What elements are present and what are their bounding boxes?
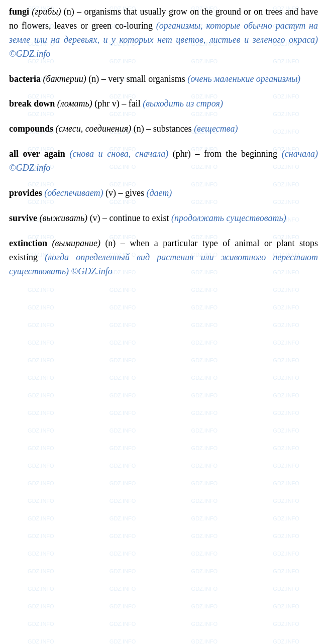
watermark-cell: GDZ.INFO — [245, 580, 327, 598]
watermark-cell: GDZ.INFO — [0, 404, 82, 422]
entry-fungi: fungi (грибы) (n) – organisms that usual… — [9, 5, 318, 61]
watermark-cell: GDZ.INFO — [0, 492, 82, 510]
watermark-cell: GDZ.INFO — [245, 387, 327, 404]
watermark-cell: GDZ.INFO — [82, 369, 164, 387]
pos-bacteria: (n) – very small organisms — [88, 74, 185, 84]
watermark-cell: GDZ.INFO — [82, 510, 164, 527]
translation-def-break-down: (выходить из строя) — [143, 98, 223, 109]
watermark-cell: GDZ.INFO — [245, 492, 327, 510]
watermark-cell: GDZ.INFO — [0, 316, 82, 334]
watermark-cell: GDZ.INFO — [82, 527, 164, 545]
pos-provides: (v) – gives — [105, 188, 144, 198]
translation-provides: (обеспечивает) — [44, 188, 103, 198]
watermark-cell: GDZ.INFO — [164, 492, 246, 510]
watermark-cell: GDZ.INFO — [0, 510, 82, 527]
watermark-cell: GDZ.INFO — [245, 598, 327, 615]
entry-bacteria-text: bacteria (бактерии) (n) – very small org… — [9, 72, 318, 86]
watermark-cell: GDZ.INFO — [0, 598, 82, 615]
watermark-cell: GDZ.INFO — [82, 316, 164, 334]
watermark-cell: GDZ.INFO — [0, 334, 82, 352]
term-bacteria: bacteria — [9, 74, 41, 84]
watermark-cell: GDZ.INFO — [0, 352, 82, 369]
translation-def-survive: (продолжать существовать) — [171, 213, 286, 223]
pos-break-down: (phr v) – fail — [94, 98, 140, 109]
translation-full-bacteria: (очень маленькие организмы) — [187, 74, 300, 84]
watermark-cell: GDZ.INFO — [164, 422, 246, 440]
watermark-cell: GDZ.INFO — [164, 440, 246, 457]
watermark-cell: GDZ.INFO — [245, 316, 327, 334]
watermark-cell: GDZ.INFO — [82, 598, 164, 615]
watermark-cell: GDZ.INFO — [245, 334, 327, 352]
watermark-cell: GDZ.INFO — [164, 563, 246, 580]
term-provides: provides — [9, 188, 42, 198]
watermark-cell: GDZ.INFO — [245, 352, 327, 369]
entry-compounds-text: compounds (смеси, соединения) (n) – subs… — [9, 122, 318, 136]
translation-def-all-over-again: (сначала) — [282, 149, 318, 159]
watermark-cell: GDZ.INFO — [0, 440, 82, 457]
watermark-cell: GDZ.INFO — [0, 387, 82, 404]
watermark-cell: GDZ.INFO — [164, 387, 246, 404]
watermark-cell: GDZ.INFO — [164, 545, 246, 563]
watermark-cell: GDZ.INFO — [245, 457, 327, 475]
main-content: fungi (грибы) (n) – organisms that usual… — [0, 0, 327, 299]
translation-def-compounds: (вещества) — [194, 124, 238, 134]
pos-survive: (v) – continue to exist — [90, 213, 169, 223]
term-extinction: extinction — [9, 238, 47, 248]
pos-compounds: (n) – substances — [134, 124, 192, 134]
entry-compounds: compounds (смеси, соединения) (n) – subs… — [9, 122, 318, 136]
watermark-cell: GDZ.INFO — [164, 510, 246, 527]
watermark-cell: GDZ.INFO — [82, 563, 164, 580]
entry-provides-text: provides (обеспечивает) (v) – gives (дае… — [9, 186, 318, 200]
watermark-cell: GDZ.INFO — [245, 299, 327, 316]
watermark-cell: GDZ.INFO — [245, 633, 327, 644]
translation-bacteria: (бактерии) — [43, 74, 86, 84]
watermark-cell: GDZ.INFO — [0, 299, 82, 316]
entry-all-over-again: all over again (снова и снова, сначала) … — [9, 147, 318, 175]
watermark-cell: GDZ.INFO — [164, 334, 246, 352]
term-break-down: break down — [9, 98, 55, 109]
watermark-cell: GDZ.INFO — [0, 615, 82, 633]
entry-survive: survive (выживать) (v) – continue to exi… — [9, 211, 318, 226]
watermark-cell: GDZ.INFO — [164, 633, 246, 644]
watermark-cell: GDZ.INFO — [164, 598, 246, 615]
entry-fungi-text: fungi (грибы) (n) – organisms that usual… — [9, 5, 318, 61]
watermark-cell: GDZ.INFO — [82, 334, 164, 352]
watermark-cell: GDZ.INFO — [164, 352, 246, 369]
watermark-cell: GDZ.INFO — [245, 510, 327, 527]
watermark-cell: GDZ.INFO — [82, 404, 164, 422]
watermark-cell: GDZ.INFO — [82, 475, 164, 492]
translation-fungi: (грибы) — [32, 7, 61, 17]
watermark-cell: GDZ.INFO — [82, 387, 164, 404]
watermark-cell: GDZ.INFO — [245, 369, 327, 387]
watermark-cell: GDZ.INFO — [0, 563, 82, 580]
watermark-cell: GDZ.INFO — [0, 422, 82, 440]
watermark-cell: GDZ.INFO — [164, 404, 246, 422]
translation-all-over-again: (снова и снова, сначала) — [69, 149, 168, 159]
watermark-cell: GDZ.INFO — [164, 475, 246, 492]
entry-extinction: extinction (вымирание) (n) – when a part… — [9, 237, 318, 279]
watermark-cell: GDZ.INFO — [0, 545, 82, 563]
watermark-cell: GDZ.INFO — [82, 299, 164, 316]
term-all-over-again: all over again — [9, 149, 65, 159]
entry-break-down: break down (ломать) (phr v) – fail (выхо… — [9, 97, 318, 111]
term-survive: survive — [9, 213, 37, 223]
watermark-cell: GDZ.INFO — [164, 299, 246, 316]
pos-all-over-again: (phr) – from the beginning — [173, 149, 277, 159]
translation-compounds: (смеси, соединения) — [56, 124, 132, 134]
watermark-cell: GDZ.INFO — [245, 615, 327, 633]
watermark-cell: GDZ.INFO — [82, 580, 164, 598]
watermark-cell: GDZ.INFO — [245, 527, 327, 545]
translation-extinction: (вымирание) — [52, 238, 100, 248]
watermark-cell: GDZ.INFO — [245, 545, 327, 563]
watermark-cell: GDZ.INFO — [82, 492, 164, 510]
term-fungi: fungi — [9, 7, 29, 17]
watermark-cell: GDZ.INFO — [164, 580, 246, 598]
entry-provides: provides (обеспечивает) (v) – gives (дае… — [9, 186, 318, 200]
watermark-cell: GDZ.INFO — [245, 422, 327, 440]
watermark-cell: GDZ.INFO — [82, 615, 164, 633]
translation-break-down: (ломать) — [57, 98, 92, 109]
copyright-extinction: ©GDZ.info — [71, 266, 113, 276]
entry-extinction-text: extinction (вымирание) (n) – when a part… — [9, 237, 318, 279]
watermark-cell: GDZ.INFO — [245, 563, 327, 580]
watermark-cell: GDZ.INFO — [82, 352, 164, 369]
